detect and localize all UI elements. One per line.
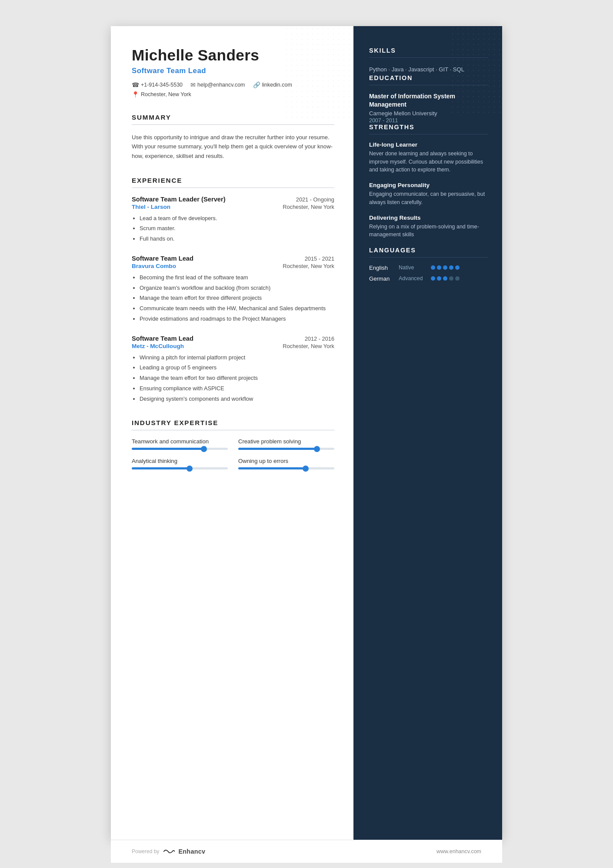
expertise-item-1: Teamwork and communication bbox=[132, 438, 228, 450]
bar-dot-4 bbox=[303, 466, 309, 472]
dot-2-2 bbox=[437, 276, 441, 281]
expertise-label-4: Owning up to errors bbox=[238, 458, 334, 464]
exp-dates-1: 2021 - Ongoing bbox=[296, 196, 334, 203]
strength-desc-2: Engaging communicator, can be persuasive… bbox=[369, 190, 488, 206]
exp-job-title-1: Software Team Leader (Server) bbox=[132, 196, 226, 203]
dot-2-3 bbox=[443, 276, 447, 281]
resume: Michelle Sanders Software Team Lead ☎ +1… bbox=[111, 26, 502, 840]
contact-row: ☎ +1-914-345-5530 ✉ help@enhancv.com 🔗 l… bbox=[132, 81, 334, 98]
candidate-name: Michelle Sanders bbox=[132, 47, 334, 64]
strengths-title: STRENGTHS bbox=[369, 124, 488, 131]
strength-name-3: Delivering Results bbox=[369, 214, 488, 221]
expertise-item-2: Creative problem solving bbox=[238, 438, 334, 450]
link-icon: 🔗 bbox=[253, 81, 260, 88]
lang-dots-1 bbox=[431, 265, 460, 270]
candidate-title: Software Team Lead bbox=[132, 67, 334, 75]
languages-divider bbox=[369, 257, 488, 258]
skills-divider bbox=[369, 57, 488, 58]
strength-1: Life-long Learner Never done learning an… bbox=[369, 141, 488, 174]
skills-title: SKILLS bbox=[369, 47, 488, 54]
strength-3: Delivering Results Relying on a mix of p… bbox=[369, 214, 488, 239]
edu-degree-1: Master of Information System Management bbox=[369, 92, 488, 108]
location-icon: 📍 bbox=[132, 91, 139, 98]
bullet-2-5: Provide estimations and roadmaps to the … bbox=[140, 314, 334, 324]
exp-company-2: Bravura Combo bbox=[132, 263, 176, 269]
resume-wrapper: Michelle Sanders Software Team Lead ☎ +1… bbox=[0, 0, 613, 868]
phone-icon: ☎ bbox=[132, 81, 139, 88]
bullet-2-2: Organize team's workflow and backlog (fr… bbox=[140, 283, 334, 293]
bar-fill-2 bbox=[238, 448, 317, 450]
skills-section: SKILLS Python · Java · Javascript · GIT … bbox=[369, 47, 488, 74]
bar-fill-4 bbox=[238, 467, 306, 469]
strengths-section: STRENGTHS Life-long Learner Never done l… bbox=[369, 124, 488, 239]
lang-dots-2 bbox=[431, 276, 460, 281]
bullet-3-2: Leading a group of 5 engineers bbox=[140, 363, 334, 372]
expertise-label-2: Creative problem solving bbox=[238, 438, 334, 445]
experience-title: EXPERIENCE bbox=[132, 177, 334, 184]
bullet-3-3: Manage the team effort for two different… bbox=[140, 373, 334, 383]
lang-name-2: German bbox=[369, 275, 394, 282]
exp-location-1: Rochester, New York bbox=[283, 204, 334, 210]
exp-entry-2: Software Team Lead 2015 - 2021 Bravura C… bbox=[132, 255, 334, 324]
left-column: Michelle Sanders Software Team Lead ☎ +1… bbox=[111, 26, 353, 840]
strength-name-2: Engaging Personality bbox=[369, 182, 488, 188]
bar-dot-3 bbox=[187, 466, 193, 472]
strengths-divider bbox=[369, 134, 488, 134]
strength-desc-1: Never done learning and always seeking t… bbox=[369, 150, 488, 174]
enhancv-logo: Enhancv bbox=[178, 848, 205, 855]
lang-name-1: English bbox=[369, 265, 394, 271]
expertise-label-1: Teamwork and communication bbox=[132, 438, 228, 445]
location-text: Rochester, New York bbox=[141, 91, 191, 97]
education-title: EDUCATION bbox=[369, 74, 488, 81]
dot-2-1 bbox=[431, 276, 435, 281]
exp-entry-3: Software Team Lead 2012 - 2016 Metz - Mc… bbox=[132, 335, 334, 404]
right-column: SKILLS Python · Java · Javascript · GIT … bbox=[353, 26, 502, 840]
languages-title: LANGUAGES bbox=[369, 247, 488, 254]
enhancv-icon bbox=[163, 848, 175, 855]
bullet-3-1: Winning a pitch for internal platform pr… bbox=[140, 353, 334, 362]
strength-2: Engaging Personality Engaging communicat… bbox=[369, 182, 488, 206]
powered-by-text: Powered by bbox=[132, 848, 159, 855]
resume-container: Michelle Sanders Software Team Lead ☎ +1… bbox=[111, 26, 502, 863]
email-icon: ✉ bbox=[190, 81, 196, 88]
dot-1-3 bbox=[443, 265, 447, 270]
email-contact: ✉ help@enhancv.com bbox=[190, 81, 245, 88]
bullet-1-2: Scrum master. bbox=[140, 224, 334, 233]
bar-fill-1 bbox=[132, 448, 204, 450]
bar-track-1 bbox=[132, 448, 228, 450]
summary-section: SUMMARY Use this opportunity to intrigue… bbox=[132, 114, 334, 161]
expertise-title: INDUSTRY EXPERTISE bbox=[132, 419, 334, 426]
exp-job-title-3: Software Team Lead bbox=[132, 335, 193, 342]
exp-company-row-2: Bravura Combo Rochester, New York bbox=[132, 262, 334, 269]
exp-header-row-3: Software Team Lead 2012 - 2016 bbox=[132, 335, 334, 342]
expertise-item-4: Owning up to errors bbox=[238, 458, 334, 469]
bar-fill-3 bbox=[132, 467, 190, 469]
bullet-1-1: Lead a team of five developers. bbox=[140, 214, 334, 223]
edu-entry-1: Master of Information System Management … bbox=[369, 92, 488, 124]
footer-bar: Powered by Enhancv www.enhancv.com bbox=[111, 840, 502, 863]
expertise-item-3: Analytical thinking bbox=[132, 458, 228, 469]
exp-dates-3: 2012 - 2016 bbox=[305, 335, 334, 342]
exp-bullets-2: Becoming the first lead of the software … bbox=[132, 273, 334, 324]
phone-contact: ☎ +1-914-345-5530 bbox=[132, 81, 183, 88]
education-section: EDUCATION Master of Information System M… bbox=[369, 74, 488, 124]
header-section: Michelle Sanders Software Team Lead ☎ +1… bbox=[132, 47, 334, 98]
linkedin-url: linkedin.com bbox=[262, 82, 292, 88]
dot-1-5 bbox=[455, 265, 460, 270]
edu-school-1: Carnegie Mellon University bbox=[369, 110, 488, 117]
expertise-section: INDUSTRY EXPERTISE Teamwork and communic… bbox=[132, 419, 334, 469]
lang-level-2: Advanced bbox=[399, 275, 426, 282]
dot-2-5 bbox=[455, 276, 460, 281]
exp-company-row-1: Thiel - Larson Rochester, New York bbox=[132, 203, 334, 210]
exp-header-row-2: Software Team Lead 2015 - 2021 bbox=[132, 255, 334, 262]
bullet-3-5: Designing system's components and workfl… bbox=[140, 394, 334, 404]
bar-track-3 bbox=[132, 467, 228, 469]
exp-location-2: Rochester, New York bbox=[283, 263, 334, 269]
bar-track-4 bbox=[238, 467, 334, 469]
summary-text: Use this opportunity to intrigue and dra… bbox=[132, 133, 334, 161]
exp-company-1: Thiel - Larson bbox=[132, 204, 170, 210]
exp-dates-2: 2015 - 2021 bbox=[305, 255, 334, 262]
exp-job-title-2: Software Team Lead bbox=[132, 255, 193, 262]
bar-track-2 bbox=[238, 448, 334, 450]
experience-divider bbox=[132, 188, 334, 188]
